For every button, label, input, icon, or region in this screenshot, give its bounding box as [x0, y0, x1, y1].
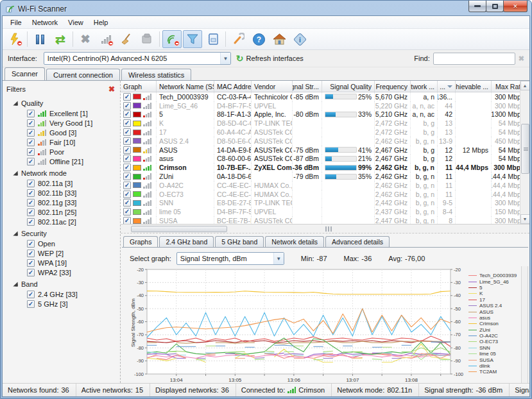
table-row[interactable]: ✓ZUni0A-18-D6-6B-...-79 dBm35%2,462 GHzb…	[121, 172, 520, 181]
filter-group-security[interactable]: Security	[6, 228, 119, 239]
column-header-achievable-[interactable]: Achievable ...	[456, 81, 492, 92]
scrollbar-thumb[interactable]	[131, 226, 227, 232]
column-header-signal-str-[interactable]: Signal Str...	[293, 81, 322, 92]
panel-scrollbar[interactable]	[521, 266, 528, 383]
column-header-mac-address-[interactable]: MAC Address...	[214, 81, 252, 92]
filter-item-offline-21-[interactable]: ✓Offline [21]	[6, 157, 119, 166]
row-checkbox[interactable]: ✓	[123, 199, 131, 207]
table-row[interactable]: ✓SNNE8-DE-27-88-...TP-LINK TECH...2,442 …	[121, 199, 520, 208]
filter-item-802.11n-25-[interactable]: ✓802.11n [25]	[6, 207, 119, 217]
table-row[interactable]: ✓Crimson10-7B-EF-...ZyXEL Comm...-36 dBm…	[121, 163, 520, 172]
checkbox[interactable]: ✓	[27, 180, 35, 187]
checkbox[interactable]: ✓	[27, 199, 35, 207]
checkbox[interactable]: ✓	[27, 119, 35, 127]
refresh-interfaces-button[interactable]: ↻ Refresh interfaces	[236, 53, 304, 64]
find-clear-icon[interactable]: ✖	[519, 55, 524, 63]
delete-network-button[interactable]: ✖	[76, 30, 95, 48]
checkbox[interactable]: ✓	[27, 189, 35, 197]
tab-current-connection[interactable]: Current connection	[46, 69, 120, 80]
checkbox[interactable]: ✓	[27, 148, 35, 156]
tab-wireless-statistics[interactable]: Wireless statistics	[121, 69, 191, 80]
filter-item-wpa-19-[interactable]: ✓WPA [19]	[6, 258, 119, 267]
log-button[interactable]	[203, 30, 223, 48]
column-header-max-rate[interactable]: Max Rate	[492, 81, 520, 92]
column-header-graph[interactable]: Graph	[121, 81, 157, 92]
column-header-vendor[interactable]: Vendor	[252, 81, 293, 92]
filter-group-network-mode[interactable]: Network mode	[6, 168, 119, 178]
row-checkbox[interactable]: ✓	[123, 191, 131, 198]
filter-item-open[interactable]: ✓Open	[6, 239, 119, 248]
about-button[interactable]: i	[290, 30, 309, 48]
collapse-icon[interactable]	[13, 101, 17, 105]
maximize-button[interactable]	[486, 1, 504, 12]
home-button[interactable]	[270, 30, 289, 48]
filter-item-2.4-ghz-33-[interactable]: ✓2.4 GHz [33]	[6, 289, 119, 299]
filter-item-5-ghz-3-[interactable]: ✓5 GHz [3]	[6, 299, 119, 309]
stop-scan-button[interactable]	[5, 30, 24, 48]
menu-item-view[interactable]: View	[63, 17, 89, 28]
checkbox[interactable]: ✓	[27, 291, 35, 298]
scroll-down-icon[interactable]: ▼	[520, 214, 530, 224]
table-horizontal-scrollbar[interactable]	[121, 225, 529, 233]
graph-tab-network-details[interactable]: Network details	[265, 236, 324, 247]
graph-select[interactable]: Signal Strength, dBm ▼	[176, 252, 284, 265]
menu-item-help[interactable]: Help	[89, 17, 114, 28]
checkbox[interactable]: ✓	[27, 139, 35, 146]
filter-item-poor[interactable]: ✓Poor	[6, 147, 119, 157]
filters-close-icon[interactable]: ✖	[108, 85, 115, 94]
column-header-network-name-ssid-[interactable]: Network Name (SSID)	[157, 81, 214, 92]
table-vertical-scrollbar[interactable]: ▲ ▼	[520, 81, 529, 224]
filter-item-802.11ac-2-[interactable]: ✓802.11ac [2]	[6, 217, 119, 226]
filter-item-802.11a-3-[interactable]: ✓802.11a [3]	[6, 178, 119, 188]
row-checkbox[interactable]: ✓	[123, 173, 131, 180]
splitter-grip-icon[interactable]	[325, 226, 332, 232]
row-checkbox[interactable]: ✓	[123, 208, 131, 216]
filter-item-802.11g-33-[interactable]: ✓802.11g [33]	[6, 198, 119, 207]
table-row[interactable]: ✓ASUS 2.4D8-50-E6-CA-...ASUSTek COM...2,…	[121, 137, 520, 146]
title-bar[interactable]: Wi-Fi Scanner ✕	[2, 2, 530, 15]
row-checkbox[interactable]: ✓	[123, 164, 131, 171]
checkbox[interactable]: ✓	[27, 269, 35, 276]
pause-button[interactable]	[30, 30, 49, 48]
tab-scanner[interactable]: Scanner	[4, 67, 45, 80]
menu-item-file[interactable]: File	[5, 17, 27, 28]
checkbox[interactable]: ✓	[27, 158, 35, 166]
settings-button[interactable]	[228, 30, 248, 48]
minimize-button[interactable]	[468, 1, 486, 12]
row-checkbox[interactable]: ✓	[123, 93, 131, 101]
column-header-network-[interactable]: Network ...	[411, 81, 438, 92]
filter-item-excellent-1-[interactable]: ✓Excellent [1]	[6, 108, 119, 118]
menu-item-network[interactable]: Network	[27, 17, 63, 28]
table-row[interactable]: ✓ASUS14-DA-E9-BB-...ASUSTek COM...-75 dB…	[121, 146, 520, 155]
graph-tab-2-4-ghz-band[interactable]: 2.4 GHz band	[159, 236, 214, 247]
checkbox[interactable]: ✓	[27, 218, 35, 226]
checkbox[interactable]: ✓	[27, 240, 35, 248]
table-row[interactable]: ✓O-A42CCC-4E-EC-9B-...HUMAX Co., Ltd.2,4…	[121, 181, 520, 190]
table-row[interactable]: ✓asusC8-60-00-66-...ASUSTek COM...-87 dB…	[121, 155, 520, 164]
table-row[interactable]: ✓Tech_D0003939CC-03-FA-47-...Technicolor…	[121, 92, 520, 101]
signal-disabled-button[interactable]	[96, 30, 116, 48]
graph-tab-graphs[interactable]: Graphs	[123, 236, 158, 247]
graph-tab-advanced-details[interactable]: Advanced details	[325, 236, 390, 247]
help-button[interactable]: ?	[249, 30, 268, 48]
checkbox[interactable]: ✓	[27, 250, 35, 257]
rescan-button[interactable]: ⇄	[51, 30, 70, 48]
table-row[interactable]: ✓SUSABC-EE-7B-E5-...ASUSTek COM...2,447 …	[121, 216, 520, 224]
collapse-icon[interactable]	[13, 282, 17, 286]
filter-item-wep-2-[interactable]: ✓WEP [2]	[6, 248, 119, 258]
row-checkbox[interactable]: ✓	[123, 137, 131, 145]
row-checkbox[interactable]: ✓	[123, 102, 131, 110]
checkbox[interactable]: ✓	[27, 208, 35, 216]
table-row[interactable]: ✓588-1F-A1-36-...Apple, Inc.-80 dBm33%5,…	[121, 110, 520, 119]
filter-group-band[interactable]: Band	[6, 279, 119, 289]
column-header-signal-quality[interactable]: Signal Quality	[322, 81, 375, 92]
table-row[interactable]: ✓O-EC73CC-4E-EC-9E-...HUMAX Co., Ltd.2,4…	[121, 190, 520, 199]
row-checkbox[interactable]: ✓	[123, 146, 131, 154]
row-checkbox[interactable]: ✓	[123, 119, 131, 127]
wifi-sound-toggle-button[interactable]	[162, 30, 182, 48]
filter-item-fair-10-[interactable]: ✓Fair [10]	[6, 137, 119, 147]
filter-item-802.11b-33-[interactable]: ✓802.11b [33]	[6, 188, 119, 198]
filter-item-good-3-[interactable]: ✓Good [3]	[6, 128, 119, 137]
filter-button[interactable]	[183, 30, 202, 48]
scrollbar-thumb[interactable]	[521, 124, 529, 174]
